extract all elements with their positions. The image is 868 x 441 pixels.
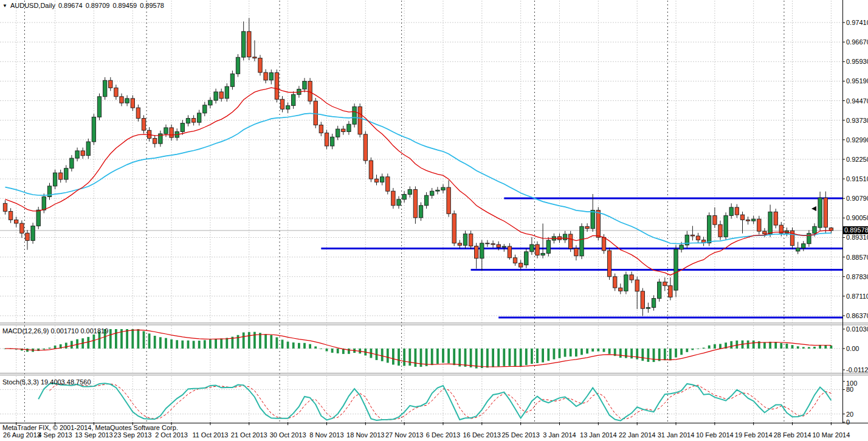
svg-text:0.92990: 0.92990 [846, 136, 868, 144]
ohlc-header: ▼AUDUSD,Daily0.896740.897090.894590.8957… [2, 2, 164, 10]
svg-text:0.87110: 0.87110 [846, 293, 868, 300]
svg-text:0.95930: 0.95930 [846, 58, 868, 65]
date-tick-label: 30 Oct 2013 [270, 431, 306, 439]
date-tick-label: 26 Aug 2013 [3, 431, 41, 439]
svg-text:20: 20 [846, 411, 853, 418]
symbol-label: AUDUSD,Daily [10, 2, 55, 9]
date-tick-label: 31 Jan 2014 [658, 431, 695, 439]
svg-text:0.00: 0.00 [846, 345, 859, 352]
svg-text:80: 80 [846, 386, 853, 393]
date-tick-label: 2 Oct 2013 [155, 431, 188, 439]
arrow-annotation[interactable] [811, 206, 816, 211]
svg-text:0.010308: 0.010308 [846, 325, 868, 333]
date-tick-label: 21 Oct 2013 [231, 431, 267, 439]
date-tick-label: 25 Dec 2013 [501, 431, 539, 439]
date-tick-label: 11 Oct 2013 [192, 431, 228, 439]
ohlc-high: 0.89709 [86, 2, 110, 9]
candlesticks[interactable] [3, 18, 833, 316]
macd-indicator-label: MACD(12,26,9) 0.001710 0.001819 [2, 327, 108, 335]
svg-text:-0.011256: -0.011256 [846, 366, 868, 373]
date-tick-label: 10 Feb 2014 [696, 431, 734, 439]
svg-text:0.87830: 0.87830 [846, 273, 868, 280]
current-price-tag: 0.89578 [842, 226, 868, 234]
fast-ma-line [5, 88, 832, 275]
stoch-indicator-label: Stoch(5,3,3) 19.4003 48.7560 [2, 378, 91, 386]
svg-text:0.94470: 0.94470 [846, 97, 868, 105]
copyright-text: MetaTrader FIX, © 2001-2014, MetaQuotes … [2, 424, 178, 431]
date-tick-label: 13 Sep 2013 [75, 431, 112, 439]
ohlc-close: 0.89578 [140, 2, 164, 9]
date-tick-label: 6 Dec 2013 [426, 431, 460, 439]
date-tick-label: 18 Nov 2013 [346, 431, 384, 439]
ohlc-open: 0.89674 [58, 2, 83, 9]
svg-text:0.89310: 0.89310 [846, 234, 868, 241]
svg-text:0.97410: 0.97410 [846, 19, 868, 26]
date-tick-label: 3 Jan 2014 [543, 431, 576, 439]
svg-text:0.93730: 0.93730 [846, 117, 868, 124]
macd-axis-labels[interactable]: 0.0103080.00-0.011256 [842, 325, 868, 373]
stoch-signal-line [50, 384, 832, 420]
symbol-dropdown-icon[interactable]: ▼ [2, 2, 7, 10]
date-tick-label: 13 Jan 2014 [580, 431, 617, 439]
ohlc-low: 0.89459 [112, 2, 137, 9]
date-tick-label: 10 Mar 2014 [812, 431, 850, 439]
svg-text:0.92250: 0.92250 [846, 156, 868, 163]
svg-text:0.88570: 0.88570 [846, 254, 868, 261]
svg-text:0.90790: 0.90790 [846, 195, 868, 202]
date-tick-label: 22 Jan 2014 [619, 431, 656, 439]
date-tick-label: 28 Feb 2014 [774, 431, 811, 439]
stoch-main-line [38, 383, 831, 420]
stoch-axis-labels[interactable]: 10080200 [842, 380, 857, 426]
price-gridlines [0, 23, 842, 316]
chart-canvas[interactable]: 26 Aug 20134 Sep 201313 Sep 201323 Sep 2… [0, 0, 868, 441]
date-tick-label: 8 Nov 2013 [309, 431, 343, 439]
date-tick-label: 23 Sep 2013 [114, 431, 151, 439]
price-axis-labels[interactable]: 0.974100.966700.959300.951900.944700.937… [842, 19, 868, 319]
svg-text:0.95190: 0.95190 [846, 77, 868, 85]
chart-window: 26 Aug 20134 Sep 201313 Sep 201323 Sep 2… [0, 0, 868, 441]
svg-text:0.86370: 0.86370 [846, 312, 868, 319]
svg-text:0.96670: 0.96670 [846, 38, 868, 46]
svg-text:0.91510: 0.91510 [846, 175, 868, 182]
date-tick-label: 27 Nov 2013 [385, 431, 423, 439]
svg-text:0: 0 [846, 418, 850, 426]
date-tick-label: 4 Sep 2013 [38, 431, 72, 439]
date-tick-label: 19 Feb 2014 [735, 431, 773, 439]
svg-text:0.90050: 0.90050 [846, 214, 868, 221]
date-tick-label: 16 Dec 2013 [463, 431, 501, 439]
